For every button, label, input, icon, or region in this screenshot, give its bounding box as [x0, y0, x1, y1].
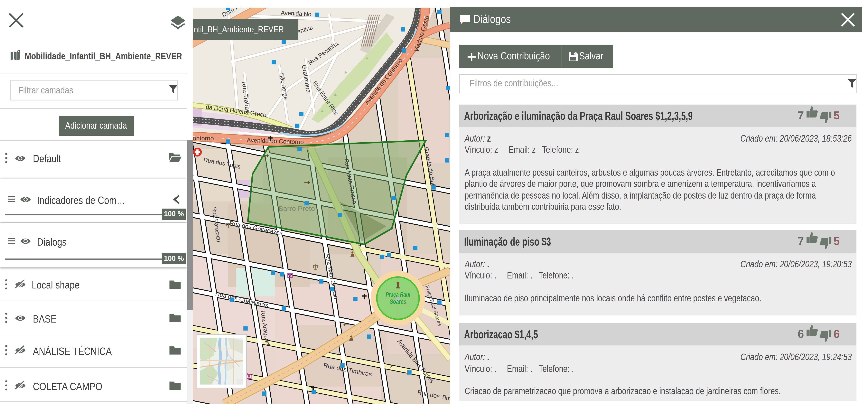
svg-text:Barro Preto: Barro Preto — [278, 204, 315, 212]
svg-text:Soares: Soares — [390, 298, 406, 305]
svg-text:ontorno: ontorno — [193, 134, 214, 142]
svg-text:Praça Raul: Praça Raul — [385, 291, 410, 298]
